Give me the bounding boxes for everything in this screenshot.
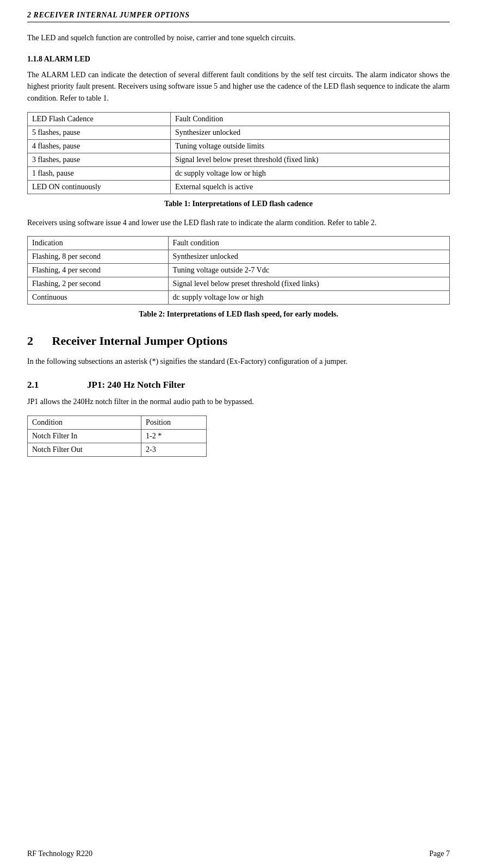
intro-paragraph: The LED and squelch function are control… — [27, 32, 450, 44]
table2-caption: Table 2: Interpretations of LED flash sp… — [27, 310, 450, 319]
table-row: LED ON continuouslyExternal squelch is a… — [28, 180, 450, 194]
table2-col1-header: Indication — [28, 237, 169, 250]
footer-left: RF Technology R220 — [27, 850, 92, 858]
table1-caption: Table 1: Interpretations of LED flash ca… — [27, 200, 450, 208]
section-21-title: JP1: 240 Hz Notch Filter — [87, 380, 185, 390]
page-footer: RF Technology R220 Page 7 — [27, 850, 450, 858]
table-row: Flashing, 2 per secondSignal level below… — [28, 277, 450, 291]
table-row: Continuousdc supply voltage low or high — [28, 291, 450, 305]
section-118: 1.1.8 ALARM LED The ALARM LED can indica… — [27, 55, 450, 319]
table-row: 5 flashes, pauseSynthesizer unlocked — [28, 126, 450, 139]
table2-col2-header: Fault condition — [168, 237, 449, 250]
table-row: Flashing, 4 per secondTuning voltage out… — [28, 264, 450, 277]
section-118-para2: Receivers using software issue 4 and low… — [27, 217, 450, 229]
table3-col2-header: Position — [141, 416, 206, 429]
section-2-number: 2 — [27, 334, 49, 348]
table1-col1-header: LED Flash Cadence — [28, 112, 171, 126]
section-2: 2 Receiver Internal Jumper Options In th… — [27, 334, 450, 368]
table-1: LED Flash Cadence Fault Condition 5 flas… — [27, 112, 450, 194]
table3-col1-header: Condition — [28, 416, 141, 429]
table-2: Indication Fault condition Flashing, 8 p… — [27, 236, 450, 305]
section-118-heading: 1.1.8 ALARM LED — [27, 55, 450, 64]
section-21-number: 2.1 — [27, 380, 71, 390]
table-3: Condition Position Notch Filter In1-2 *N… — [27, 416, 207, 457]
section-2-heading: 2 Receiver Internal Jumper Options — [27, 334, 450, 348]
section-2-para1: In the following subsections an asterisk… — [27, 356, 450, 368]
table-row: Notch Filter In1-2 * — [28, 429, 207, 443]
table-row: 3 flashes, pauseSignal level below prese… — [28, 153, 450, 166]
section-21-para1: JP1 allows the 240Hz notch filter in the… — [27, 396, 450, 408]
footer-right: Page 7 — [429, 850, 450, 858]
section-2-title: Receiver Internal Jumper Options — [52, 334, 227, 348]
header-title: 2 RECEIVER INTERNAL JUMPER OPTIONS — [27, 11, 190, 20]
table-row: 4 flashes, pauseTuning voltage outside l… — [28, 139, 450, 153]
section-21: 2.1 JP1: 240 Hz Notch Filter JP1 allows … — [27, 380, 450, 457]
section-118-para1: The ALARM LED can indicate the detection… — [27, 69, 450, 104]
table1-col2-header: Fault Condition — [170, 112, 449, 126]
page-header: 2 RECEIVER INTERNAL JUMPER OPTIONS — [27, 11, 450, 22]
table-row: 1 flash, pausedc supply voltage low or h… — [28, 166, 450, 180]
table-row: Notch Filter Out2-3 — [28, 443, 207, 456]
table-row: Flashing, 8 per secondSynthesizer unlock… — [28, 250, 450, 264]
section-21-heading: 2.1 JP1: 240 Hz Notch Filter — [27, 380, 450, 390]
